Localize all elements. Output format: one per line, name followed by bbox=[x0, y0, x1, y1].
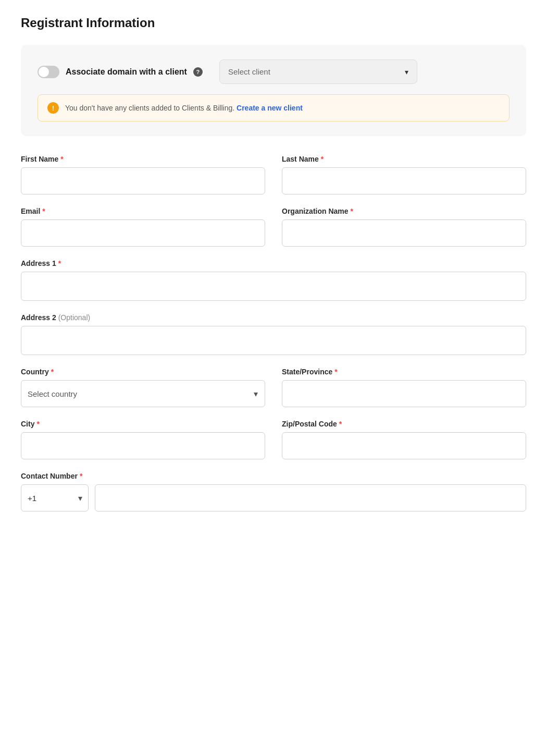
select-client-dropdown[interactable]: Select client ▾ bbox=[219, 59, 417, 84]
zip-group: Zip/Postal Code * bbox=[282, 420, 526, 459]
email-input[interactable] bbox=[21, 220, 265, 247]
chevron-down-icon: ▾ bbox=[405, 68, 408, 76]
phone-row: +1 bbox=[21, 484, 526, 511]
city-label: City * bbox=[21, 420, 265, 428]
contact-section: Contact Number * +1 bbox=[21, 472, 526, 511]
last-name-required: * bbox=[321, 155, 324, 163]
address2-input[interactable] bbox=[21, 326, 526, 355]
state-group: State/Province * bbox=[282, 368, 526, 407]
last-name-input[interactable] bbox=[282, 167, 526, 194]
address1-label: Address 1 * bbox=[21, 259, 526, 267]
address2-optional: (Optional) bbox=[58, 313, 90, 322]
state-input[interactable] bbox=[282, 380, 526, 407]
address1-required: * bbox=[58, 259, 61, 267]
org-name-label: Organization Name * bbox=[282, 207, 526, 215]
first-name-required: * bbox=[60, 155, 63, 163]
address1-group: Address 1 * bbox=[21, 259, 526, 301]
country-required: * bbox=[51, 368, 54, 376]
last-name-label: Last Name * bbox=[282, 155, 526, 163]
registrant-form: First Name * Last Name * Email * Organiz… bbox=[21, 155, 526, 511]
city-group: City * bbox=[21, 420, 265, 459]
phone-code-wrapper: +1 bbox=[21, 484, 89, 511]
country-group: Country * Select country bbox=[21, 368, 265, 407]
zip-required: * bbox=[339, 420, 342, 428]
select-client-placeholder: Select client bbox=[228, 67, 270, 76]
info-message: You don't have any clients added to Clie… bbox=[65, 104, 303, 112]
page-title: Registrant Information bbox=[21, 16, 526, 30]
address2-group: Address 2 (Optional) bbox=[21, 313, 526, 355]
phone-code-select[interactable]: +1 bbox=[21, 484, 89, 511]
zip-label: Zip/Postal Code * bbox=[282, 420, 526, 428]
associate-toggle[interactable] bbox=[38, 66, 59, 78]
warning-icon: ! bbox=[47, 102, 59, 114]
country-label: Country * bbox=[21, 368, 265, 376]
org-name-required: * bbox=[351, 207, 353, 215]
first-name-group: First Name * bbox=[21, 155, 265, 194]
email-required: * bbox=[42, 207, 45, 215]
city-input[interactable] bbox=[21, 432, 265, 459]
org-name-group: Organization Name * bbox=[282, 207, 526, 247]
zip-input[interactable] bbox=[282, 432, 526, 459]
associate-label: Associate domain with a client bbox=[66, 67, 187, 77]
create-new-client-link[interactable]: Create a new client bbox=[237, 104, 303, 112]
org-name-input[interactable] bbox=[282, 220, 526, 247]
last-name-group: Last Name * bbox=[282, 155, 526, 194]
address1-input[interactable] bbox=[21, 272, 526, 301]
city-required: * bbox=[36, 420, 39, 428]
country-select[interactable]: Select country bbox=[21, 380, 265, 407]
contact-label: Contact Number * bbox=[21, 472, 526, 480]
state-required: * bbox=[334, 368, 337, 376]
associate-section: Associate domain with a client ? Select … bbox=[21, 45, 526, 136]
first-name-input[interactable] bbox=[21, 167, 265, 194]
help-icon[interactable]: ? bbox=[193, 67, 203, 77]
phone-number-input[interactable] bbox=[95, 484, 526, 511]
email-group: Email * bbox=[21, 207, 265, 247]
country-select-wrapper: Select country bbox=[21, 380, 265, 407]
address2-label: Address 2 (Optional) bbox=[21, 313, 526, 322]
info-banner: ! You don't have any clients added to Cl… bbox=[38, 94, 509, 121]
email-label: Email * bbox=[21, 207, 265, 215]
contact-required: * bbox=[80, 472, 82, 480]
first-name-label: First Name * bbox=[21, 155, 265, 163]
state-label: State/Province * bbox=[282, 368, 526, 376]
